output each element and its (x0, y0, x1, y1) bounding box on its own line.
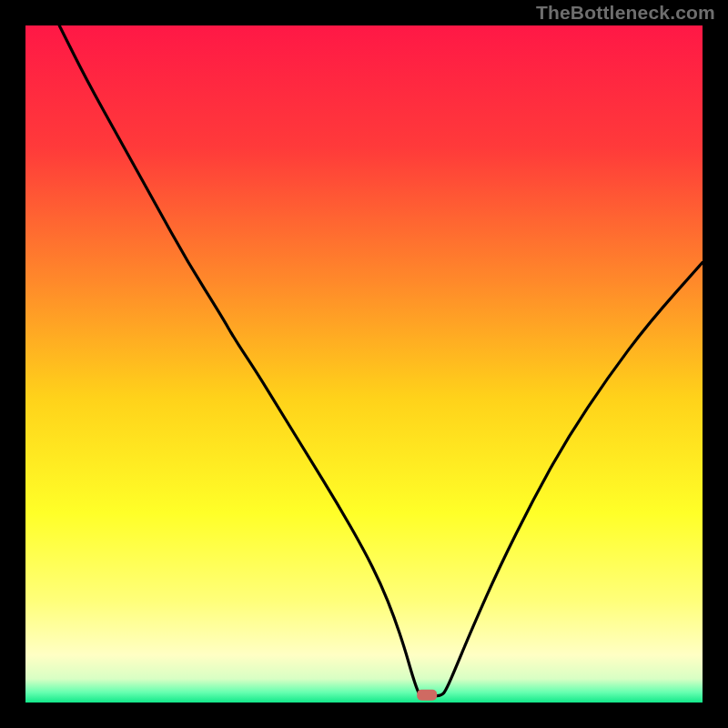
gradient-background (25, 25, 703, 703)
watermark-text: TheBottleneck.com (536, 2, 715, 24)
chart-frame: TheBottleneck.com (0, 0, 728, 728)
plot-area (25, 25, 703, 703)
optimal-point-marker (417, 690, 437, 701)
chart-svg (25, 25, 703, 703)
